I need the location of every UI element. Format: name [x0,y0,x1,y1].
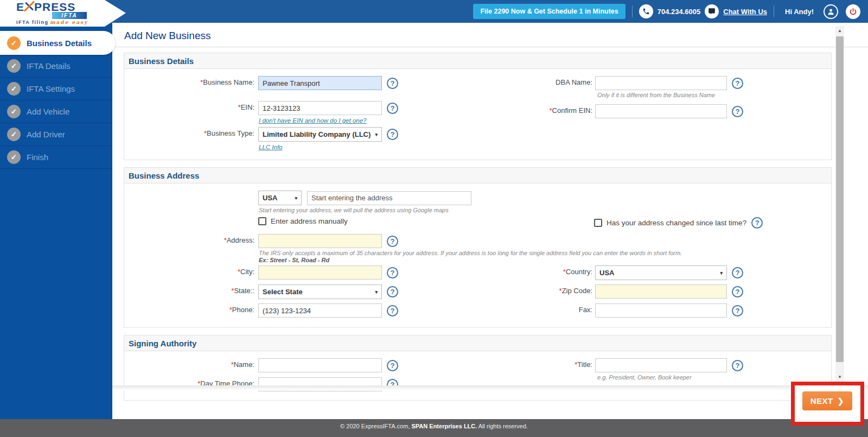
business-name-help-icon[interactable]: ? [387,78,398,89]
account-icon[interactable] [824,4,838,19]
file-2290-button[interactable]: File 2290 Now & Get Schedule 1 in Minute… [473,4,625,19]
vertical-scrollbar[interactable]: ▲ ▼ [835,26,844,382]
step-check-icon: ✓ [7,150,21,164]
address-input[interactable] [258,234,382,248]
section-title: Signing Authority [124,335,831,351]
state-help-icon[interactable]: ? [387,286,398,297]
phone-icon [639,4,653,18]
page-footer: © 2020 ExpressIFTA.com, SPAN Enterprises… [0,419,868,437]
dropdown-arrow-icon: ▾ [375,289,378,295]
address-label: *Address: [124,236,254,244]
fax-input[interactable] [595,303,727,318]
address-country-select[interactable]: USA ▾ [258,191,302,205]
address-helper: The IRS only accepts a maximum of 35 cha… [259,250,774,256]
ein-info-link[interactable]: I don't have EIN and how do I get one? [259,117,366,124]
logo-brand-text: EPRESS [16,2,126,12]
step-check-icon: ✓ [7,105,21,118]
sidebar-item-label: Add Vehicle [27,107,69,116]
top-header: File 2290 Now & Get Schedule 1 in Minute… [0,0,868,23]
logo-tagline: IFTA filing made easy [16,20,88,25]
business-name-label: *Business Name: [124,78,254,86]
dropdown-arrow-icon: ▾ [375,132,378,137]
dropdown-arrow-icon: ▾ [295,195,297,201]
step-check-icon: ✓ [7,82,21,96]
header-divider [774,5,774,17]
ein-input[interactable] [258,101,382,115]
zip-code-help-icon[interactable]: ? [732,286,743,297]
next-button[interactable]: NEXT ❯ [802,391,852,410]
step-check-icon: ✓ [7,59,21,73]
dba-name-helper: Only if it is different from the Busines… [597,92,715,98]
sidebar-item-label: Add Driver [27,130,65,139]
state-select[interactable]: Select State ▾ [258,284,382,299]
dba-name-input[interactable] [595,76,727,90]
llc-info-link[interactable]: LLC Info [259,144,282,150]
sidebar-item-add-vehicle[interactable]: ✓ Add Vehicle [0,100,112,123]
enter-address-manually-checkbox[interactable] [258,217,266,225]
ein-help-icon[interactable]: ? [387,103,398,114]
phone-help-icon[interactable]: ? [387,305,398,316]
phone-label: *Phone: [124,306,254,314]
address-search-helper: Start entering your address, we will pul… [259,207,449,213]
sidebar-item-label: Business Details [27,39,92,48]
main-content: Add New Business Business Details *Busin… [112,23,868,419]
confirm-ein-help-icon[interactable]: ? [732,106,743,117]
logout-power-icon[interactable] [846,4,860,19]
footer-rights: All rights reserved. [477,423,528,429]
dba-name-help-icon[interactable]: ? [732,78,743,89]
express-ifta-logo[interactable]: EPRESS IFTA IFTA filing made easy [0,0,126,27]
scroll-up-icon[interactable]: ▲ [835,26,844,35]
zip-code-label: *Zip Code: [480,287,592,295]
sidebar-item-label: IFTA Details [27,61,71,71]
page-title: Add New Business [112,23,868,47]
zip-code-input[interactable] [595,284,727,299]
business-type-label: *Business Type: [124,129,254,137]
sidebar-item-label: Finish [27,153,48,162]
sidebar-item-add-driver[interactable]: ✓ Add Driver [0,123,112,146]
sidebar-item-ifta-details[interactable]: ✓ IFTA Details [0,55,112,78]
sidebar-item-ifta-settings[interactable]: ✓ IFTA Settings [0,78,112,100]
confirm-ein-label: *Confirm EIN: [480,106,592,115]
business-type-select[interactable]: Limited Liability Company (LLC) ▾ [258,127,382,142]
user-greeting: Hi Andy! [785,8,814,16]
signing-name-help-icon[interactable]: ? [387,360,398,371]
section-title: Business Details [124,53,831,69]
signing-name-label: *Name: [124,360,254,369]
step-check-icon: ✓ [7,128,21,141]
chat-with-us-link[interactable]: Chat With Us [723,8,767,16]
phone-input[interactable] [258,303,382,318]
enter-address-manually-label: Enter address manually [271,217,348,225]
signing-title-help-icon[interactable]: ? [732,360,743,371]
address-changed-help-icon[interactable]: ? [751,217,763,229]
business-name-input[interactable] [258,76,382,90]
form-content: Business Details *Business Name: ? DBA N… [124,53,832,401]
wizard-sidebar: ✓ Business Details ✓ IFTA Details ✓ IFTA… [0,23,112,419]
signing-name-input[interactable] [258,358,382,372]
address-search-input[interactable] [307,191,471,205]
sidebar-item-finish[interactable]: ✓ Finish [0,146,112,169]
logo-ifta-badge: IFTA [52,12,87,19]
chevron-right-icon: ❯ [838,397,844,406]
city-help-icon[interactable]: ? [387,267,398,278]
address-help-icon[interactable]: ? [387,236,398,247]
country-select[interactable]: USA ▾ [595,265,727,280]
sidebar-item-business-details[interactable]: ✓ Business Details [0,31,116,55]
scroll-down-icon[interactable]: ▼ [835,372,844,382]
annotation-highlight-box: NEXT ❯ [791,382,864,426]
business-details-section: Business Details *Business Name: ? DBA N… [124,53,832,160]
fax-label: Fax: [480,306,592,314]
country-help-icon[interactable]: ? [732,267,743,278]
city-input[interactable] [258,265,382,280]
business-type-help-icon[interactable]: ? [387,129,398,140]
address-changed-label: Has your address changed since last time… [607,219,746,227]
enter-address-manually-row: Enter address manually [258,217,348,225]
confirm-ein-input[interactable] [595,104,727,118]
address-example: Ex: Street - St, Road - Rd [259,257,329,263]
footer-copyright: © 2020 ExpressIFTA.com, [340,423,411,429]
signing-authority-section: Signing Authority *Name: ? *Title: ? e.g… [124,335,832,401]
address-changed-checkbox[interactable] [594,219,602,227]
section-title: Business Address [124,168,831,183]
signing-title-input[interactable] [595,358,727,372]
scrollbar-thumb[interactable] [836,36,844,362]
fax-help-icon[interactable]: ? [732,305,743,316]
